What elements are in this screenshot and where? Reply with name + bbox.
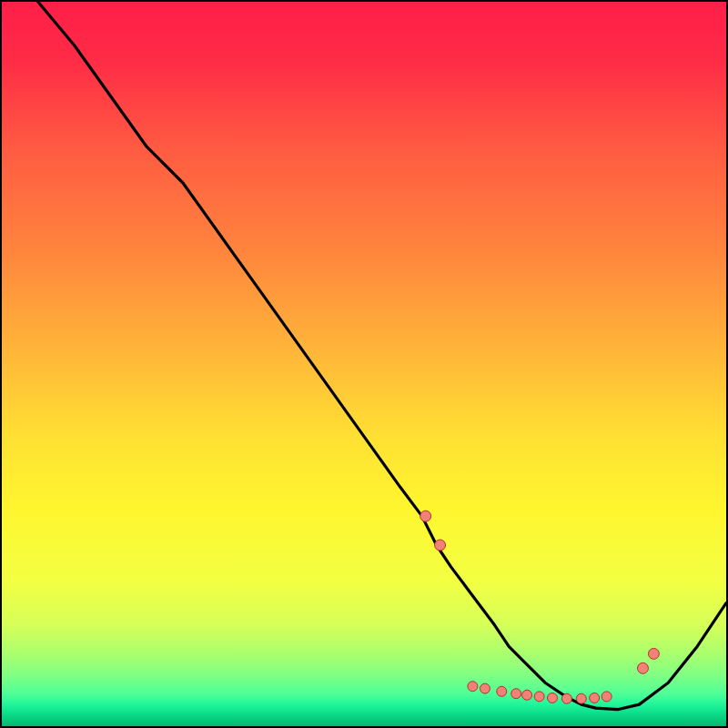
marker-dot <box>420 511 431 521</box>
marker-dot <box>511 689 521 699</box>
marker-dot <box>602 692 612 702</box>
marker-dot <box>576 693 586 703</box>
marker-dot <box>468 682 478 692</box>
marker-dot <box>637 662 648 673</box>
marker-dot <box>590 693 600 703</box>
marker-dot <box>497 686 507 696</box>
marker-dot <box>561 693 571 703</box>
plot-layer <box>2 2 726 726</box>
marker-dot <box>480 683 490 693</box>
curve-markers <box>420 511 660 703</box>
chart-container: TheBottleneck.com <box>0 0 728 728</box>
marker-dot <box>522 690 532 700</box>
plot-frame <box>0 0 728 728</box>
marker-dot <box>534 692 544 702</box>
marker-dot <box>547 693 557 703</box>
curve-line <box>38 2 726 710</box>
marker-dot <box>435 540 446 551</box>
marker-dot <box>648 648 659 659</box>
